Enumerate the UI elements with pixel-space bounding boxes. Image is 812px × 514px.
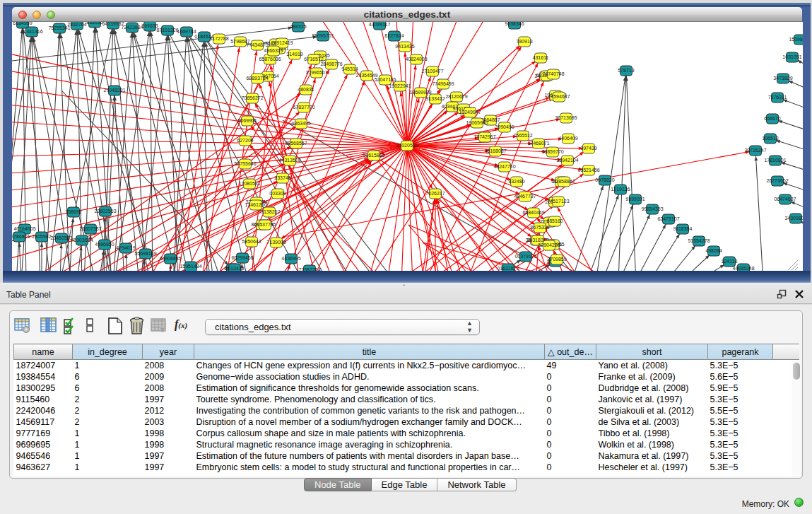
svg-text:27048281: 27048281 bbox=[103, 88, 125, 93]
svg-text:1669784: 1669784 bbox=[177, 29, 196, 34]
svg-text:4363495: 4363495 bbox=[291, 121, 310, 126]
svg-text:9118384: 9118384 bbox=[673, 226, 693, 231]
svg-text:43303654: 43303654 bbox=[71, 238, 93, 243]
svg-text:6716572: 6716572 bbox=[304, 57, 323, 62]
svg-text:78742967: 78742967 bbox=[473, 134, 495, 139]
svg-text:4294019: 4294019 bbox=[116, 245, 135, 250]
svg-text:21020539: 21020539 bbox=[396, 143, 418, 148]
svg-text:233749: 233749 bbox=[274, 175, 290, 180]
svg-text:66299468: 66299468 bbox=[231, 255, 253, 260]
svg-text:6184959: 6184959 bbox=[13, 22, 32, 25]
svg-text:74517123: 74517123 bbox=[547, 199, 569, 204]
svg-text:34309805: 34309805 bbox=[784, 216, 803, 221]
svg-text:835030: 835030 bbox=[86, 22, 102, 25]
svg-text:578713: 578713 bbox=[618, 68, 634, 73]
svg-text:38726247: 38726247 bbox=[744, 148, 766, 153]
svg-text:9133412: 9133412 bbox=[425, 96, 445, 101]
svg-text:15098393: 15098393 bbox=[789, 37, 803, 42]
svg-text:685160: 685160 bbox=[546, 218, 563, 223]
svg-text:88095701: 88095701 bbox=[312, 33, 334, 38]
svg-text:67837770: 67837770 bbox=[293, 105, 314, 110]
svg-text:17594647: 17594647 bbox=[548, 94, 570, 99]
svg-text:77496499: 77496499 bbox=[432, 81, 454, 86]
svg-text:74740748: 74740748 bbox=[542, 71, 564, 76]
svg-text:8069901: 8069901 bbox=[237, 118, 257, 123]
svg-text:8675339: 8675339 bbox=[530, 225, 549, 230]
svg-text:65876036: 65876036 bbox=[259, 57, 281, 62]
svg-text:7139005: 7139005 bbox=[266, 240, 286, 245]
svg-text:17461200: 17461200 bbox=[245, 202, 266, 207]
svg-text:8227824: 8227824 bbox=[384, 33, 404, 38]
svg-text:53755646: 53755646 bbox=[234, 161, 256, 166]
svg-text:62475107: 62475107 bbox=[657, 216, 679, 221]
svg-text:969653: 969653 bbox=[141, 23, 158, 28]
svg-text:656670: 656670 bbox=[764, 116, 780, 121]
svg-text:48247710: 48247710 bbox=[493, 164, 515, 169]
svg-text:32858842: 32858842 bbox=[553, 179, 575, 184]
svg-text:3709859: 3709859 bbox=[547, 257, 566, 262]
svg-text:26773602: 26773602 bbox=[766, 178, 788, 183]
svg-text:124118: 124118 bbox=[722, 259, 738, 264]
svg-text:03859770: 03859770 bbox=[541, 149, 563, 154]
svg-text:70656272: 70656272 bbox=[241, 95, 263, 100]
svg-text:43039117: 43039117 bbox=[369, 22, 391, 27]
svg-text:627204: 627204 bbox=[237, 138, 253, 143]
svg-text:65840449: 65840449 bbox=[522, 210, 544, 215]
svg-text:77387214: 77387214 bbox=[298, 267, 320, 271]
svg-text:1219136: 1219136 bbox=[611, 187, 630, 192]
svg-text:52047116: 52047116 bbox=[375, 77, 396, 82]
svg-text:99854353: 99854353 bbox=[641, 206, 663, 211]
svg-text:40608835: 40608835 bbox=[159, 256, 181, 261]
svg-text:158692: 158692 bbox=[65, 209, 81, 214]
svg-text:9513433: 9513433 bbox=[225, 266, 244, 271]
svg-text:9399091: 9399091 bbox=[625, 197, 645, 201]
svg-text:097439: 097439 bbox=[580, 146, 596, 151]
svg-text:55698169: 55698169 bbox=[134, 251, 156, 256]
svg-text:489325: 489325 bbox=[290, 24, 306, 29]
svg-text:19022941: 19022941 bbox=[389, 83, 411, 88]
svg-text:27109477: 27109477 bbox=[421, 69, 443, 74]
svg-text:10341316: 10341316 bbox=[20, 29, 42, 34]
svg-text:0978820: 0978820 bbox=[595, 177, 614, 182]
svg-text:88568557: 88568557 bbox=[285, 141, 307, 146]
svg-text:68893734: 68893734 bbox=[246, 76, 268, 81]
svg-text:28120679: 28120679 bbox=[445, 94, 467, 99]
svg-text:51354278: 51354278 bbox=[688, 238, 710, 243]
svg-text:29912419: 29912419 bbox=[271, 40, 293, 45]
svg-text:59615865: 59615865 bbox=[363, 153, 384, 158]
svg-text:09521456: 09521456 bbox=[577, 168, 599, 173]
svg-text:4586850: 4586850 bbox=[95, 242, 114, 247]
svg-text:780913: 780913 bbox=[516, 39, 532, 44]
svg-text:37996507: 37996507 bbox=[305, 70, 327, 75]
svg-text:87101226: 87101226 bbox=[156, 28, 178, 33]
svg-text:44313518: 44313518 bbox=[278, 158, 300, 163]
svg-text:431611: 431611 bbox=[533, 55, 549, 60]
svg-text:4406409: 4406409 bbox=[558, 136, 577, 141]
svg-text:17080531: 17080531 bbox=[238, 181, 260, 186]
svg-text:498084: 498084 bbox=[705, 248, 722, 253]
svg-text:21607337: 21607337 bbox=[79, 226, 101, 231]
svg-text:36713695: 36713695 bbox=[555, 115, 577, 120]
svg-text:40824008: 40824008 bbox=[405, 57, 427, 62]
svg-text:2832764: 2832764 bbox=[67, 22, 86, 27]
svg-text:67468071: 67468071 bbox=[527, 141, 549, 146]
svg-text:20450533: 20450533 bbox=[50, 235, 72, 240]
svg-text:52904228: 52904228 bbox=[538, 243, 560, 247]
svg-text:18699938: 18699938 bbox=[409, 90, 431, 95]
svg-text:40164005: 40164005 bbox=[13, 226, 35, 231]
svg-text:9413435: 9413435 bbox=[395, 44, 414, 49]
svg-text:480831: 480831 bbox=[298, 87, 314, 92]
svg-text:72423884: 72423884 bbox=[121, 25, 143, 30]
svg-text:3172788: 3172788 bbox=[209, 36, 228, 41]
svg-text:42786801: 42786801 bbox=[12, 234, 30, 239]
svg-text:33942104: 33942104 bbox=[556, 158, 578, 163]
svg-text:3990490: 3990490 bbox=[495, 124, 514, 129]
svg-text:19065940: 19065940 bbox=[466, 120, 488, 125]
svg-text:10249947: 10249947 bbox=[459, 110, 481, 115]
svg-text:1031051: 1031051 bbox=[782, 54, 801, 59]
svg-text:7565512: 7565512 bbox=[513, 133, 532, 138]
svg-text:314919: 314919 bbox=[286, 52, 302, 57]
svg-text:22602563: 22602563 bbox=[94, 209, 116, 214]
svg-text:3473829: 3473829 bbox=[773, 76, 792, 81]
svg-text:48467737: 48467737 bbox=[514, 194, 536, 199]
